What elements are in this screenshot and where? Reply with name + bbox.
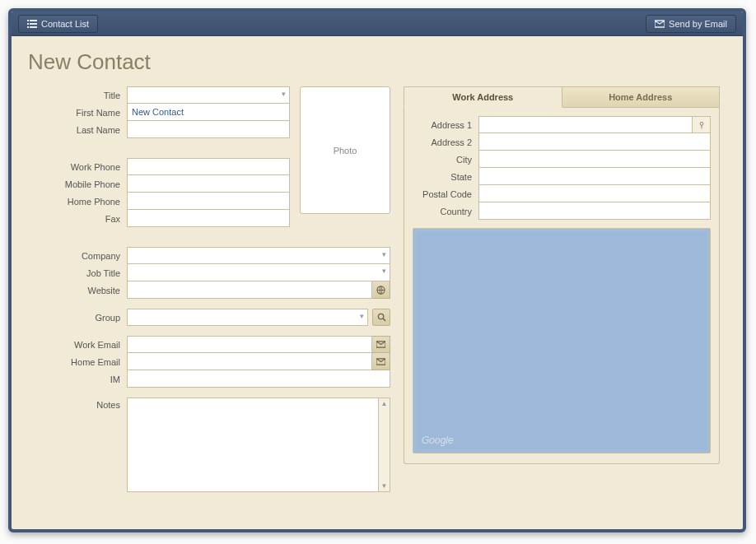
svg-point-7 <box>378 314 383 318</box>
company-group: Company Job Title Website <box>28 247 390 299</box>
scroll-up-icon: ▲ <box>381 400 388 407</box>
pin-icon <box>698 121 706 129</box>
content-area: New Contact Title First Name Last Name <box>12 36 743 529</box>
notes-textarea[interactable] <box>127 398 379 492</box>
label-address1: Address 1 <box>413 120 478 130</box>
svg-line-8 <box>383 318 385 321</box>
right-column: Work Address Home Address Address 1 Addr… <box>404 86 720 492</box>
mail-icon <box>655 19 665 29</box>
address-tabs: Work Address Home Address <box>404 86 720 108</box>
group-lookup-button[interactable] <box>372 309 390 326</box>
label-postal-code: Postal Code <box>413 189 478 199</box>
svg-rect-3 <box>30 23 37 25</box>
svg-rect-5 <box>30 26 37 28</box>
company-select[interactable] <box>127 247 390 264</box>
photo-upload-box[interactable]: Photo <box>300 86 390 214</box>
locate-address-button[interactable] <box>693 116 711 133</box>
name-phone-section: Title First Name Last Name Work Phone <box>28 86 290 237</box>
contact-list-label: Contact List <box>41 19 89 29</box>
website-input[interactable] <box>127 281 372 299</box>
label-group: Group <box>28 313 127 323</box>
postal-code-input[interactable] <box>478 185 711 202</box>
send-work-email-button[interactable] <box>372 336 390 353</box>
open-website-button[interactable] <box>372 281 390 299</box>
work-email-input[interactable] <box>127 336 372 353</box>
im-input[interactable] <box>127 370 390 388</box>
svg-rect-4 <box>27 26 29 28</box>
list-icon <box>27 19 37 29</box>
group-group: Group <box>28 309 390 326</box>
svg-rect-1 <box>30 20 37 21</box>
left-column: Title First Name Last Name Work Phone <box>28 86 390 492</box>
contact-window: Contact List Send by Email New Contact T… <box>8 8 746 532</box>
label-last-name: Last Name <box>28 125 127 135</box>
notes-scrollbar[interactable]: ▲▼ <box>379 398 390 492</box>
label-fax: Fax <box>28 214 127 224</box>
label-address2: Address 2 <box>413 137 478 147</box>
email-group: Work Email Home Email IM <box>28 336 390 388</box>
send-home-email-button[interactable] <box>372 353 390 370</box>
map-canvas: Google <box>417 232 707 449</box>
label-job-title: Job Title <box>28 268 127 278</box>
city-input[interactable] <box>478 151 711 168</box>
tab-home-address[interactable]: Home Address <box>562 86 721 108</box>
send-email-button[interactable]: Send by Email <box>646 15 736 33</box>
title-select[interactable] <box>127 86 290 104</box>
label-title: Title <box>28 91 127 100</box>
page-title: New Contact <box>28 49 726 75</box>
job-title-select[interactable] <box>127 264 390 281</box>
home-phone-input[interactable] <box>127 193 290 210</box>
form-layout: Title First Name Last Name Work Phone <box>28 86 726 492</box>
address-fields: Address 1 Address 2 City State Postal Co… <box>413 116 711 220</box>
svg-rect-0 <box>27 20 29 21</box>
globe-icon <box>376 286 385 295</box>
mail-icon <box>376 340 385 349</box>
name-photo-row: Title First Name Last Name Work Phone <box>28 86 390 237</box>
label-mobile-phone: Mobile Phone <box>28 179 127 189</box>
country-input[interactable] <box>478 202 711 220</box>
scroll-down-icon: ▼ <box>381 482 388 490</box>
address1-input[interactable] <box>478 116 693 133</box>
label-company: Company <box>28 251 127 261</box>
address2-input[interactable] <box>478 133 711 151</box>
map-attribution: Google <box>422 435 454 446</box>
label-city: City <box>413 155 478 165</box>
map-container[interactable]: Google <box>413 228 711 453</box>
send-email-label: Send by Email <box>669 19 727 29</box>
state-input[interactable] <box>478 168 711 185</box>
label-country: Country <box>413 207 478 216</box>
tab-work-address[interactable]: Work Address <box>404 86 562 108</box>
label-home-email: Home Email <box>28 357 127 367</box>
label-home-phone: Home Phone <box>28 197 127 207</box>
phone-group: Work Phone Mobile Phone Home Phone Fax <box>28 158 290 227</box>
last-name-input[interactable] <box>127 121 290 138</box>
label-state: State <box>413 172 478 182</box>
home-email-input[interactable] <box>127 353 372 370</box>
contact-list-button[interactable]: Contact List <box>18 15 98 33</box>
notes-row: Notes ▲▼ <box>28 398 390 492</box>
fax-input[interactable] <box>127 210 290 227</box>
mail-icon <box>376 357 385 366</box>
search-icon <box>377 313 386 322</box>
label-work-email: Work Email <box>28 340 127 350</box>
work-phone-input[interactable] <box>127 158 290 175</box>
svg-rect-2 <box>27 23 29 25</box>
top-toolbar: Contact List Send by Email <box>12 12 743 36</box>
mobile-phone-input[interactable] <box>127 175 290 193</box>
label-notes: Notes <box>28 398 127 410</box>
name-group: Title First Name Last Name <box>28 86 290 138</box>
work-address-pane: Address 1 Address 2 City State Postal Co… <box>404 108 720 464</box>
label-website: Website <box>28 286 127 295</box>
svg-point-9 <box>700 122 703 125</box>
photo-label: Photo <box>334 146 357 156</box>
label-first-name: First Name <box>28 108 127 118</box>
label-im: IM <box>28 374 127 384</box>
group-select[interactable] <box>127 309 368 326</box>
label-work-phone: Work Phone <box>28 162 127 172</box>
first-name-input[interactable] <box>127 104 290 121</box>
